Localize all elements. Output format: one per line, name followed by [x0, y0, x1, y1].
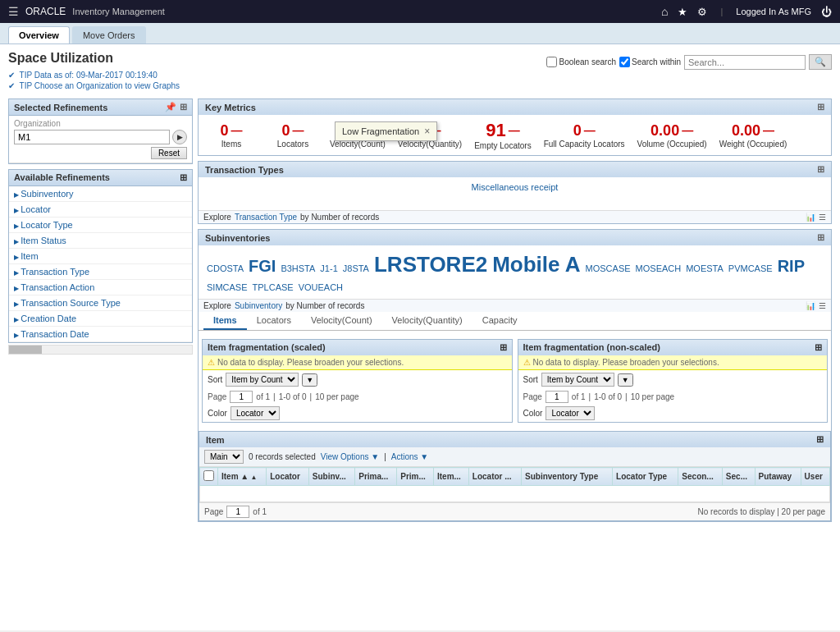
tab-locators[interactable]: Locators: [247, 312, 301, 330]
col-item[interactable]: Item ▲: [218, 468, 267, 486]
tip-line-2: ✔ TIP Choose an Organization to view Gra…: [8, 81, 180, 90]
org-input[interactable]: [14, 130, 170, 144]
frag-scaled-page-input[interactable]: [230, 391, 253, 403]
col-subinv: Subinv...: [308, 468, 354, 486]
boolean-search-checkbox[interactable]: [546, 57, 557, 67]
nav-left: ☰ ORACLE Inventory Management: [8, 5, 165, 18]
frag-scaled-expand[interactable]: ⊞: [500, 342, 507, 353]
power-icon[interactable]: ⏻: [821, 6, 832, 18]
frag-nonscaled-header: Item fragmentation (non-scaled) ⊞: [518, 340, 828, 355]
subinv-rip[interactable]: RIP: [778, 257, 805, 276]
scroll-bar[interactable]: [8, 345, 193, 355]
item-view-select[interactable]: Main: [204, 450, 244, 464]
select-all-checkbox[interactable]: [203, 470, 214, 481]
subinv-simcase[interactable]: SIMCASE: [207, 282, 248, 292]
subinv-j1-1[interactable]: J1-1: [320, 263, 337, 273]
app-title: Inventory Management: [72, 7, 165, 16]
tab-move-orders[interactable]: Move Orders: [72, 26, 146, 44]
home-icon[interactable]: ⌂: [661, 5, 668, 18]
subinv-pvmcase[interactable]: PVMCASE: [728, 263, 773, 273]
logged-in-text: Logged In As MFG: [736, 7, 811, 16]
search-button[interactable]: 🔍: [809, 54, 832, 70]
metric-items: 0 — Items: [207, 122, 256, 149]
refinement-item-trans-date[interactable]: Transaction Date: [9, 327, 192, 342]
table-page-input[interactable]: [226, 506, 249, 518]
reset-button[interactable]: Reset: [151, 147, 187, 159]
warn-icon-scaled: ⚠: [208, 358, 215, 367]
frag-scaled-sort-select[interactable]: Item by Count: [226, 373, 299, 387]
metric-weight: 0.00 — Weight (Occupied): [719, 122, 788, 149]
tab-capacity[interactable]: Capacity: [472, 312, 527, 330]
refinement-item-item-status[interactable]: Item Status: [9, 233, 192, 249]
subinv-cdosta[interactable]: CDOSTA: [207, 263, 244, 273]
list-icon[interactable]: ☰: [819, 213, 826, 222]
subinv-tplcase[interactable]: TPLCASE: [253, 282, 294, 292]
hamburger-icon[interactable]: ☰: [8, 5, 19, 18]
item-toolbar: Main 0 records selected View Options ▼ |…: [199, 447, 830, 467]
frag-nonscaled-sort-select[interactable]: Item by Count: [541, 373, 614, 387]
avail-refinements-header: Available Refinements ⊞: [9, 170, 192, 186]
warn-icon-nonscaled: ⚠: [523, 358, 531, 367]
misc-receipt-link[interactable]: Miscellaneous receipt: [472, 182, 559, 192]
subinv-fgi[interactable]: FGI: [249, 257, 276, 276]
subinv-moseach[interactable]: MOSEACH: [636, 263, 682, 273]
subinv-b3hsta[interactable]: B3HSTA: [281, 263, 315, 273]
avail-expand-icon[interactable]: ⊞: [180, 172, 187, 182]
boolean-search-label: Boolean search: [546, 57, 616, 67]
frag-nonscaled-color-select[interactable]: Locator: [546, 406, 595, 420]
tip-icon-2: ✔: [8, 81, 15, 90]
frag-scaled-sort-button[interactable]: ▼: [302, 373, 317, 387]
tooltip-close[interactable]: ×: [424, 126, 430, 137]
subinv-moesta[interactable]: MOESTA: [686, 263, 724, 273]
tab-items[interactable]: Items: [203, 312, 247, 330]
top-nav: ☰ ORACLE Inventory Management ⌂ ★ ⚙ | Lo…: [0, 0, 840, 23]
subinv-chart-icon[interactable]: 📊: [806, 301, 815, 310]
subinv-mobile-a[interactable]: Mobile A: [492, 252, 580, 277]
subinv-content: CDOSTA FGI B3HSTA J1-1 J8STA LRSTORE2 Mo…: [199, 245, 831, 299]
frag-nonscaled-expand[interactable]: ⊞: [815, 342, 822, 353]
col-sec: Sec...: [722, 468, 755, 486]
subinv-lrstore2[interactable]: LRSTORE2: [374, 252, 487, 277]
subinv-list-icon[interactable]: ☰: [819, 301, 826, 310]
refinement-item-locator-type[interactable]: Locator Type: [9, 218, 192, 233]
frag-nonscaled-sort-button[interactable]: ▼: [618, 373, 633, 387]
org-go-button[interactable]: ▶: [172, 130, 187, 144]
explore-subinv-link[interactable]: Subinventory: [235, 301, 282, 310]
right-panel: Key Metrics ⊞ 0 — Items: [198, 98, 832, 527]
refinement-item-trans-action[interactable]: Transaction Action: [9, 280, 192, 295]
view-options-button[interactable]: View Options ▼: [321, 452, 379, 461]
refinement-item-creation-date[interactable]: Creation Date: [9, 311, 192, 327]
search-within-checkbox[interactable]: [619, 57, 630, 67]
item-section-expand[interactable]: ⊞: [816, 434, 824, 445]
item-section-header: Item ⊞: [199, 432, 830, 447]
refinement-item-trans-type[interactable]: Transaction Type: [9, 264, 192, 280]
tab-overview[interactable]: Overview: [8, 26, 70, 44]
selected-refinements-header: Selected Refinements 📌 ⊞: [8, 98, 193, 116]
refinement-item-item[interactable]: Item: [9, 249, 192, 264]
settings-icon[interactable]: ⚙: [697, 6, 707, 18]
subinv-moscase[interactable]: MOSCASE: [586, 263, 631, 273]
search-input[interactable]: [684, 55, 806, 70]
tab-velocity-qty[interactable]: Velocity(Quantity): [382, 312, 472, 330]
frag-scaled-color-select[interactable]: Locator: [231, 406, 280, 420]
expand-icon[interactable]: ⊞: [180, 102, 187, 112]
trans-explore-bar: Explore Transaction Type by Number of re…: [199, 210, 831, 223]
transaction-types-expand[interactable]: ⊞: [817, 164, 824, 175]
col-locator-type: Locator Type: [613, 468, 678, 486]
chart-icon[interactable]: 📊: [806, 213, 815, 222]
subinventories-expand[interactable]: ⊞: [817, 232, 824, 243]
tab-velocity-count[interactable]: Velocity(Count): [301, 312, 382, 330]
pin-icon[interactable]: 📌: [165, 102, 176, 112]
refinement-item-trans-source[interactable]: Transaction Source Type: [9, 295, 192, 311]
frag-nonscaled-page-input[interactable]: [546, 391, 568, 403]
subinv-voueach[interactable]: VOUEACH: [299, 282, 343, 292]
refinement-item-subinventory[interactable]: Subinventory: [9, 186, 192, 202]
key-metrics-expand[interactable]: ⊞: [817, 102, 824, 112]
subinv-tags: CDOSTA FGI B3HSTA J1-1 J8STA LRSTORE2 Mo…: [207, 252, 823, 292]
explore-trans-type-link[interactable]: Transaction Type: [235, 213, 297, 222]
subinv-j8sta[interactable]: J8STA: [343, 263, 369, 273]
actions-button[interactable]: Actions ▼: [391, 452, 428, 461]
favorites-icon[interactable]: ★: [678, 6, 687, 18]
refinement-item-locator[interactable]: Locator: [9, 202, 192, 218]
main-content: Space Utilization ✔ TIP Data as of: 09-M…: [0, 44, 840, 630]
